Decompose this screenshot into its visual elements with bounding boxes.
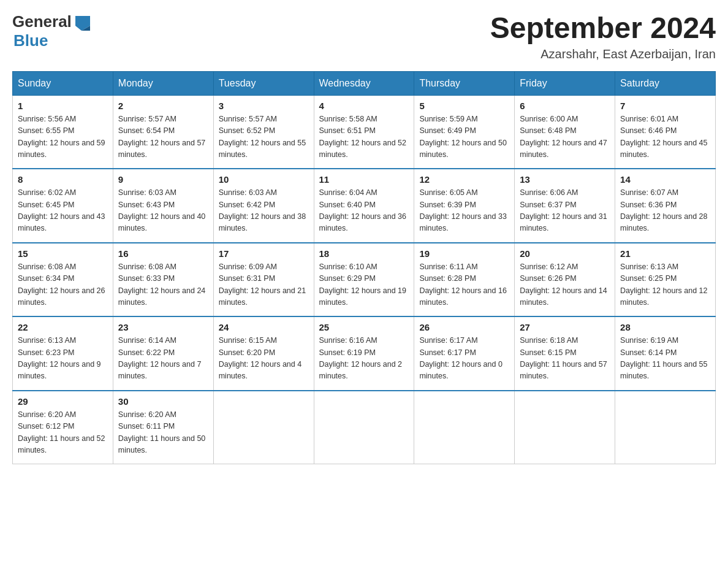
day-number: 30	[118, 396, 208, 407]
day-info: Sunrise: 6:08 AMSunset: 6:33 PMDaylight:…	[118, 261, 208, 309]
header-cell-wednesday: Wednesday	[314, 71, 414, 95]
header-cell-saturday: Saturday	[615, 71, 716, 95]
day-info: Sunrise: 6:13 AMSunset: 6:25 PMDaylight:…	[620, 261, 710, 309]
day-number: 18	[319, 248, 409, 259]
title-area: September 2024 Azarshahr, East Azerbaija…	[490, 12, 716, 61]
day-info: Sunrise: 6:04 AMSunset: 6:40 PMDaylight:…	[319, 187, 409, 235]
day-cell	[615, 391, 716, 464]
week-row-5: 29 Sunrise: 6:20 AMSunset: 6:12 PMDaylig…	[13, 391, 716, 464]
day-cell: 22 Sunrise: 6:13 AMSunset: 6:23 PMDaylig…	[13, 316, 113, 391]
day-info: Sunrise: 6:19 AMSunset: 6:14 PMDaylight:…	[620, 335, 710, 383]
day-cell: 18 Sunrise: 6:10 AMSunset: 6:29 PMDaylig…	[314, 243, 414, 317]
location-title: Azarshahr, East Azerbaijan, Iran	[490, 47, 716, 61]
day-number: 16	[118, 248, 208, 259]
day-number: 8	[18, 174, 108, 185]
day-number: 15	[18, 248, 108, 259]
day-info: Sunrise: 6:20 AMSunset: 6:12 PMDaylight:…	[18, 409, 108, 457]
day-number: 7	[620, 101, 710, 111]
header-cell-thursday: Thursday	[414, 71, 515, 95]
day-info: Sunrise: 5:57 AMSunset: 6:52 PMDaylight:…	[219, 113, 309, 161]
day-info: Sunrise: 6:20 AMSunset: 6:11 PMDaylight:…	[118, 409, 208, 457]
day-info: Sunrise: 6:09 AMSunset: 6:31 PMDaylight:…	[219, 261, 309, 309]
day-cell: 25 Sunrise: 6:16 AMSunset: 6:19 PMDaylig…	[314, 316, 414, 391]
day-number: 1	[18, 101, 108, 111]
day-info: Sunrise: 5:57 AMSunset: 6:54 PMDaylight:…	[118, 113, 208, 161]
day-cell: 26 Sunrise: 6:17 AMSunset: 6:17 PMDaylig…	[414, 316, 515, 391]
day-number: 27	[520, 322, 610, 332]
day-info: Sunrise: 6:00 AMSunset: 6:48 PMDaylight:…	[520, 113, 610, 161]
day-number: 4	[319, 101, 409, 111]
day-cell: 2 Sunrise: 5:57 AMSunset: 6:54 PMDayligh…	[113, 95, 213, 169]
day-number: 19	[419, 248, 509, 259]
day-info: Sunrise: 6:13 AMSunset: 6:23 PMDaylight:…	[18, 335, 108, 383]
day-cell: 24 Sunrise: 6:15 AMSunset: 6:20 PMDaylig…	[213, 316, 314, 391]
day-cell: 19 Sunrise: 6:11 AMSunset: 6:28 PMDaylig…	[414, 243, 515, 317]
day-number: 29	[18, 396, 108, 407]
day-cell: 6 Sunrise: 6:00 AMSunset: 6:48 PMDayligh…	[515, 95, 615, 169]
logo-triangle-icon	[73, 13, 90, 31]
day-number: 24	[219, 322, 309, 332]
header: General Blue September 2024 Azarshahr, E…	[12, 12, 716, 61]
day-number: 20	[520, 248, 610, 259]
day-number: 26	[419, 322, 509, 332]
day-cell	[213, 391, 314, 464]
day-cell: 8 Sunrise: 6:02 AMSunset: 6:45 PMDayligh…	[13, 169, 113, 243]
day-number: 9	[118, 174, 208, 185]
day-cell: 12 Sunrise: 6:05 AMSunset: 6:39 PMDaylig…	[414, 169, 515, 243]
day-number: 3	[219, 101, 309, 111]
day-info: Sunrise: 6:10 AMSunset: 6:29 PMDaylight:…	[319, 261, 409, 309]
day-number: 25	[319, 322, 409, 332]
day-number: 11	[319, 174, 409, 185]
day-cell	[515, 391, 615, 464]
header-cell-monday: Monday	[113, 71, 213, 95]
header-cell-sunday: Sunday	[13, 71, 113, 95]
header-row: SundayMondayTuesdayWednesdayThursdayFrid…	[13, 71, 716, 95]
logo-blue: Blue	[13, 31, 48, 50]
day-info: Sunrise: 6:17 AMSunset: 6:17 PMDaylight:…	[419, 335, 509, 383]
day-cell: 30 Sunrise: 6:20 AMSunset: 6:11 PMDaylig…	[113, 391, 213, 464]
day-number: 6	[520, 101, 610, 111]
day-cell: 13 Sunrise: 6:06 AMSunset: 6:37 PMDaylig…	[515, 169, 615, 243]
day-cell: 7 Sunrise: 6:01 AMSunset: 6:46 PMDayligh…	[615, 95, 716, 169]
day-cell: 3 Sunrise: 5:57 AMSunset: 6:52 PMDayligh…	[213, 95, 314, 169]
day-cell: 5 Sunrise: 5:59 AMSunset: 6:49 PMDayligh…	[414, 95, 515, 169]
day-info: Sunrise: 6:01 AMSunset: 6:46 PMDaylight:…	[620, 113, 710, 161]
week-row-1: 1 Sunrise: 5:56 AMSunset: 6:55 PMDayligh…	[13, 95, 716, 169]
day-cell	[314, 391, 414, 464]
day-cell: 14 Sunrise: 6:07 AMSunset: 6:36 PMDaylig…	[615, 169, 716, 243]
day-cell: 11 Sunrise: 6:04 AMSunset: 6:40 PMDaylig…	[314, 169, 414, 243]
day-info: Sunrise: 5:59 AMSunset: 6:49 PMDaylight:…	[419, 113, 509, 161]
day-number: 23	[118, 322, 208, 332]
day-info: Sunrise: 6:03 AMSunset: 6:43 PMDaylight:…	[118, 187, 208, 235]
day-cell: 20 Sunrise: 6:12 AMSunset: 6:26 PMDaylig…	[515, 243, 615, 317]
day-cell: 21 Sunrise: 6:13 AMSunset: 6:25 PMDaylig…	[615, 243, 716, 317]
day-cell: 4 Sunrise: 5:58 AMSunset: 6:51 PMDayligh…	[314, 95, 414, 169]
day-cell: 1 Sunrise: 5:56 AMSunset: 6:55 PMDayligh…	[13, 95, 113, 169]
day-number: 14	[620, 174, 710, 185]
day-info: Sunrise: 6:18 AMSunset: 6:15 PMDaylight:…	[520, 335, 610, 383]
day-number: 2	[118, 101, 208, 111]
calendar-table: SundayMondayTuesdayWednesdayThursdayFrid…	[12, 71, 716, 465]
day-info: Sunrise: 6:11 AMSunset: 6:28 PMDaylight:…	[419, 261, 509, 309]
day-cell: 16 Sunrise: 6:08 AMSunset: 6:33 PMDaylig…	[113, 243, 213, 317]
month-title: September 2024	[490, 12, 716, 45]
week-row-3: 15 Sunrise: 6:08 AMSunset: 6:34 PMDaylig…	[13, 243, 716, 317]
day-number: 5	[419, 101, 509, 111]
day-cell	[414, 391, 515, 464]
day-info: Sunrise: 6:14 AMSunset: 6:22 PMDaylight:…	[118, 335, 208, 383]
day-cell: 9 Sunrise: 6:03 AMSunset: 6:43 PMDayligh…	[113, 169, 213, 243]
day-number: 17	[219, 248, 309, 259]
day-number: 21	[620, 248, 710, 259]
day-cell: 27 Sunrise: 6:18 AMSunset: 6:15 PMDaylig…	[515, 316, 615, 391]
day-info: Sunrise: 6:05 AMSunset: 6:39 PMDaylight:…	[419, 187, 509, 235]
day-info: Sunrise: 6:15 AMSunset: 6:20 PMDaylight:…	[219, 335, 309, 383]
week-row-2: 8 Sunrise: 6:02 AMSunset: 6:45 PMDayligh…	[13, 169, 716, 243]
day-info: Sunrise: 6:06 AMSunset: 6:37 PMDaylight:…	[520, 187, 610, 235]
day-number: 13	[520, 174, 610, 185]
day-number: 10	[219, 174, 309, 185]
day-cell: 17 Sunrise: 6:09 AMSunset: 6:31 PMDaylig…	[213, 243, 314, 317]
day-cell: 28 Sunrise: 6:19 AMSunset: 6:14 PMDaylig…	[615, 316, 716, 391]
header-cell-friday: Friday	[515, 71, 615, 95]
day-info: Sunrise: 5:58 AMSunset: 6:51 PMDaylight:…	[319, 113, 409, 161]
day-number: 28	[620, 322, 710, 332]
